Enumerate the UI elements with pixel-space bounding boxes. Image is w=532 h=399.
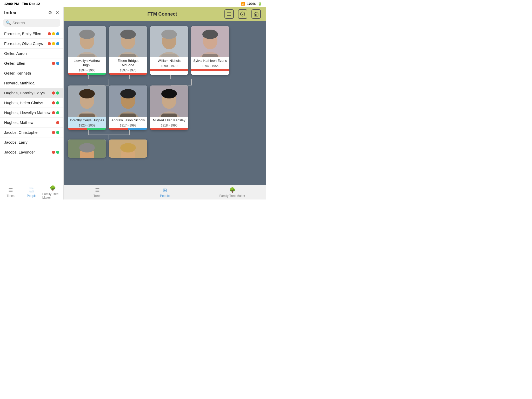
person-item[interactable]: Geller, Ellen: [0, 58, 63, 68]
wifi-icon: 📶: [241, 2, 245, 6]
person-name: Hughes, Mathew: [4, 120, 34, 125]
right-panel: FTM Connect: [64, 7, 266, 200]
home-icon-btn[interactable]: [251, 9, 261, 19]
svg-point-40: [202, 30, 218, 39]
card-dates: 1890 - 1970: [150, 64, 188, 69]
person-card[interactable]: William Nichols 1890 - 1970: [150, 26, 188, 75]
person-dots: [52, 131, 59, 134]
tab-ftm[interactable]: 🌳 Family Tree Maker: [42, 185, 63, 200]
person-photo: [109, 26, 147, 57]
card-name: Llewellyn Mathew Hugh...: [68, 57, 106, 69]
svg-rect-32: [161, 54, 177, 57]
search-bar[interactable]: 🔍: [3, 19, 60, 27]
person-card[interactable]: Sylvia Kathleen Evans 1894 - 1955: [191, 26, 229, 75]
person-name: Jacobs, Larry: [4, 140, 28, 144]
person-photo: [68, 85, 106, 117]
person-dots: [52, 91, 59, 95]
right-tab-trees[interactable]: ☰ Trees: [64, 185, 131, 200]
person-item[interactable]: Hughes, Dorothy Cerys: [0, 88, 63, 98]
child-row: [68, 139, 262, 158]
right-trees-label: Trees: [94, 194, 101, 198]
person-card[interactable]: Andrew Jason Nichols 1917 - 1998: [109, 85, 147, 130]
filter-icon[interactable]: ⚙: [48, 10, 52, 16]
green-dot: [56, 151, 59, 154]
card-name: Mildred Ellen Kensley: [150, 117, 188, 124]
index-title: Index: [4, 10, 16, 16]
yellow-dot: [52, 32, 55, 35]
trees-icon: ☰: [8, 187, 13, 193]
person-dots: [52, 111, 59, 114]
person-name: Geller, Ellen: [4, 61, 25, 65]
right-header-icons: [224, 9, 261, 19]
battery-status: 100%: [247, 2, 256, 6]
svg-point-60: [120, 89, 136, 98]
main-area: Index ⚙ ✕ 🔍 Forrester, Emily EllenForres…: [0, 7, 266, 200]
person-name: Jacobs, Lavender: [4, 150, 35, 154]
right-tab-ftm[interactable]: 🌳 Family Tree Maker: [198, 185, 266, 200]
person-photo: [150, 26, 188, 57]
red-dot: [52, 111, 55, 114]
card-dates: 1894 - 1966: [68, 69, 106, 73]
right-ftm-label: Family Tree Maker: [220, 194, 245, 198]
tree-area[interactable]: Llewellyn Mathew Hugh... 1894 - 1966 Eil…: [64, 21, 266, 185]
red-dot: [52, 91, 55, 95]
card-name: Eileen Bridget McBride: [109, 57, 147, 69]
left-header: Index ⚙ ✕: [0, 7, 63, 17]
close-icon[interactable]: ✕: [55, 10, 59, 16]
parent-row: Dorothy Cerys Hughes 1925 - 2002 Andrew …: [68, 85, 262, 130]
person-card[interactable]: Eileen Bridget McBride 1897 - 1976: [109, 26, 147, 75]
person-photo: [191, 26, 229, 57]
person-item[interactable]: Jacobs, Lavender: [0, 147, 63, 157]
list-icon-btn[interactable]: [224, 9, 234, 19]
info-icon-btn[interactable]: [238, 9, 247, 19]
header-icons: ⚙ ✕: [48, 10, 59, 16]
person-item[interactable]: Jacobs, Christopher: [0, 128, 63, 137]
person-item[interactable]: Hughes, Mathew: [0, 118, 63, 128]
person-photo: [68, 139, 106, 158]
search-input[interactable]: [12, 21, 58, 25]
tab-trees[interactable]: ☰ Trees: [0, 185, 21, 200]
person-card[interactable]: [68, 139, 106, 158]
status-date: Thu Dec 12: [22, 2, 40, 6]
bottom-nav: ☰ Trees ⿻ People 🌳 Family Tree Maker: [0, 185, 63, 200]
person-name: Forrester, Emily Ellen: [4, 31, 41, 36]
person-item[interactable]: Jacobs, Larry: [0, 137, 63, 147]
person-card[interactable]: Dorothy Cerys Hughes 1925 - 2002: [68, 85, 106, 130]
person-list: Forrester, Emily EllenForrester, Olivia …: [0, 29, 63, 185]
person-card[interactable]: Mildred Ellen Kensley 1918 - 1996: [150, 85, 188, 130]
red-dot: [48, 32, 51, 35]
card-dates: 1897 - 1976: [109, 69, 147, 73]
svg-rect-61: [120, 114, 136, 117]
person-photo: [68, 26, 106, 57]
svg-point-55: [79, 89, 95, 98]
person-name: Geller, Aaron: [4, 51, 27, 56]
person-item[interactable]: Geller, Kenneth: [0, 68, 63, 78]
red-dot: [52, 151, 55, 154]
person-card[interactable]: Llewellyn Mathew Hugh... 1894 - 1966: [68, 26, 106, 75]
card-name: William Nichols: [150, 57, 188, 64]
person-card[interactable]: [109, 139, 147, 158]
tab-people[interactable]: ⿻ People: [21, 185, 42, 200]
connector-row1: [68, 75, 234, 85]
right-people-label: People: [160, 194, 170, 198]
right-tab-people[interactable]: ⊞ People: [131, 185, 199, 200]
card-footer: [68, 73, 106, 75]
person-item[interactable]: Geller, Aaron: [0, 49, 63, 58]
blue-dot: [56, 32, 59, 35]
card-name: Dorothy Cerys Hughes: [68, 117, 106, 124]
svg-rect-66: [161, 114, 177, 117]
person-item[interactable]: Hughes, Helen Gladys: [0, 98, 63, 108]
right-bottom-nav: ☰ Trees ⊞ People 🌳 Family Tree Maker: [64, 185, 266, 200]
person-name: Howard, Mathilda: [4, 81, 35, 85]
green-dot: [56, 131, 59, 134]
card-footer: [68, 128, 106, 130]
search-icon: 🔍: [6, 20, 11, 25]
person-item[interactable]: Howard, Mathilda: [0, 78, 63, 88]
person-item[interactable]: Forrester, Emily Ellen: [0, 29, 63, 39]
red-dot: [52, 131, 55, 134]
person-item[interactable]: Forrester, Olivia Carys: [0, 39, 63, 49]
status-time: 12:00 PM: [4, 2, 19, 6]
person-item[interactable]: Hughes, Llewellyn Mathew: [0, 108, 63, 118]
ftm-connect-title: FTM Connect: [148, 11, 177, 17]
person-name: Hughes, Helen Gladys: [4, 101, 43, 105]
